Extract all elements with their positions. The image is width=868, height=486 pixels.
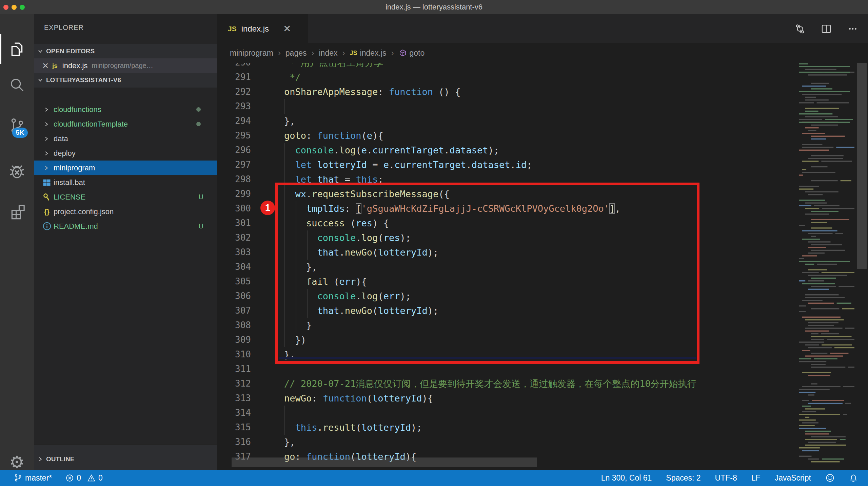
tree-item-label: project.config.json [54, 207, 114, 216]
close-tab-icon[interactable]: ✕ [283, 23, 291, 34]
tree-item-label: data [54, 134, 68, 143]
line-number: 315 [217, 420, 251, 435]
more-actions-icon[interactable] [847, 23, 859, 35]
code-line-316: }, [284, 435, 295, 449]
close-editor-icon[interactable]: ✕ [42, 61, 52, 71]
modified-dot-icon [196, 107, 201, 112]
tree-item-project-config-json[interactable]: {}project.config.json [34, 204, 217, 219]
breadcrumb-separator: › [391, 48, 394, 58]
line-number: 310 [217, 347, 251, 362]
chevron-right-icon [43, 107, 54, 113]
tree-item-miniprogram[interactable]: miniprogram [34, 161, 217, 175]
tree-item-label: miniprogram [54, 164, 95, 172]
breadcrumb-separator: › [312, 48, 314, 58]
line-number: 299 [217, 187, 251, 201]
tree-item-deploy[interactable]: deploy [34, 146, 217, 161]
code-line-295: goto: function(e){ [284, 128, 383, 143]
symbol-cube-icon [399, 49, 407, 57]
indent-guide [284, 99, 285, 114]
chevron-right-icon [43, 136, 54, 142]
line-number: 305 [217, 274, 251, 289]
js-file-icon: js [52, 62, 58, 70]
warning-icon [87, 474, 96, 482]
activity-bar-search-icon[interactable] [0, 69, 34, 101]
breadcrumb-item-goto[interactable]: goto [399, 49, 425, 58]
compare-changes-icon[interactable] [794, 23, 806, 35]
sidebar-title: EXPLORER [44, 24, 84, 32]
activity-bar: ⚙ 5K [0, 14, 34, 470]
breadcrumb: miniprogram›pages›index›JSindex.js›goto [217, 43, 868, 63]
windows-file-icon [40, 178, 54, 187]
line-number: 297 [217, 157, 251, 172]
code-line-312: // 2020-07-21消息仅仅订阅，但是要到待开奖才会发送，通过触发器，在每… [284, 376, 696, 391]
breadcrumb-separator: › [278, 48, 281, 58]
project-root-header[interactable]: LOTTERYASSISTANT-V6 [34, 73, 217, 87]
breadcrumb-item-pages[interactable]: pages [285, 49, 307, 58]
status-eol[interactable]: LF [751, 473, 761, 483]
breadcrumb-item-miniprogram[interactable]: miniprogram [230, 49, 273, 58]
error-count: 0 [77, 473, 81, 483]
annotation-step-badge: 1 [260, 201, 275, 215]
activity-bar-debug-icon[interactable] [0, 155, 34, 188]
chevron-right-icon [43, 121, 54, 127]
line-number: 309 [217, 333, 251, 347]
line-number: 291 [217, 70, 251, 85]
line-number: 295 [217, 128, 251, 143]
line-number: 311 [217, 362, 251, 376]
tree-item-install-bat[interactable]: install.bat [34, 175, 217, 190]
window-title: index.js — lotteryassistant-v6 [0, 0, 868, 14]
braces-file-icon: {} [40, 208, 54, 216]
breadcrumb-separator: › [342, 48, 345, 58]
notifications-bell-icon[interactable] [849, 473, 858, 482]
chevron-right-icon [43, 165, 54, 171]
status-encoding[interactable]: UTF-8 [715, 473, 737, 483]
breadcrumb-item-index-js[interactable]: JSindex.js [350, 49, 386, 58]
tree-item-license[interactable]: LICENSEU [34, 190, 217, 204]
code-line-291: */ [284, 70, 301, 85]
chevron-down-icon [37, 48, 43, 54]
minimap[interactable] [797, 54, 856, 465]
line-number: 308 [217, 318, 251, 333]
status-cursor-position[interactable]: Ln 300, Col 61 [601, 473, 652, 483]
breadcrumb-item-index[interactable]: index [319, 49, 338, 58]
open-editors-header[interactable]: OPEN EDITORS [34, 44, 217, 58]
line-number: 312 [217, 376, 251, 391]
vertical-scrollbar-thumb[interactable] [857, 55, 867, 269]
tree-item-data[interactable]: data [34, 131, 217, 146]
git-branch-indicator[interactable]: master* [14, 473, 52, 483]
line-number: 306 [217, 289, 251, 303]
js-file-icon: JS [228, 25, 237, 33]
open-editor-filename: index.js [62, 61, 88, 70]
line-number: 316 [217, 435, 251, 449]
line-number: 314 [217, 406, 251, 420]
split-editor-icon[interactable] [821, 23, 832, 35]
activity-bar-source-control-icon[interactable]: 5K [0, 109, 34, 142]
tab-label: index.js [241, 24, 269, 34]
line-number: 303 [217, 245, 251, 260]
code-line-292: onShareAppMessage: function () { [284, 85, 460, 99]
problems-indicator[interactable]: 0 0 [65, 473, 103, 483]
chevron-right-icon [43, 150, 54, 156]
key-file-icon [40, 192, 54, 202]
feedback-smiley-icon[interactable] [825, 473, 835, 483]
tree-item-label: install.bat [54, 178, 85, 187]
activity-bar-extensions-icon[interactable] [0, 196, 34, 228]
line-number: 304 [217, 260, 251, 274]
tree-item-readme-md[interactable]: README.mdU [34, 219, 217, 233]
tab-indexjs[interactable]: JS index.js ✕ [217, 14, 308, 43]
code-line-315: this.result(lotteryId); [284, 420, 422, 435]
tree-item-cloudfunctions[interactable]: cloudfunctions [34, 102, 217, 117]
line-number: 298 [217, 172, 251, 187]
status-bar: master* 0 0 Ln 300, Col 61Spaces: 2UTF-8… [0, 470, 868, 486]
horizontal-scrollbar-thumb[interactable] [232, 457, 537, 467]
modified-dot-icon [196, 122, 201, 126]
line-number: 292 [217, 85, 251, 99]
open-editor-item-indexjs[interactable]: ✕ js index.js miniprogram/page… [34, 58, 217, 73]
outline-header[interactable]: OUTLINE [34, 452, 217, 466]
code-line-313: newGo: function(lotteryId){ [284, 391, 433, 406]
line-number: 293 [217, 99, 251, 114]
tree-item-cloudfunctiontemplate[interactable]: cloudfunctionTemplate [34, 117, 217, 131]
status-language-mode[interactable]: JavaScript [775, 473, 811, 483]
status-indentation[interactable]: Spaces: 2 [666, 473, 701, 483]
activity-bar-explorer-icon[interactable] [0, 33, 34, 66]
